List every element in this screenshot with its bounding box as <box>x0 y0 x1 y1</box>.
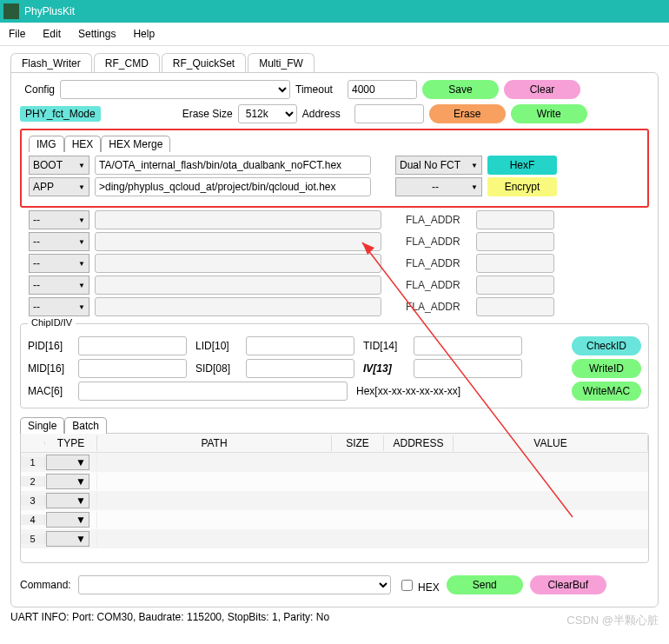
row7-path-input[interactable] <box>95 297 381 316</box>
app-icon <box>3 3 19 19</box>
tab-img[interactable]: IMG <box>29 136 64 152</box>
writeid-button[interactable]: WriteID <box>572 359 641 378</box>
lid-label: LID[10] <box>195 340 237 352</box>
address-input[interactable] <box>354 104 424 123</box>
pid-label: PID[16] <box>28 340 70 352</box>
row4-path-input[interactable] <box>95 232 381 251</box>
row-index: 2 <box>21 476 45 487</box>
hexf-button[interactable]: HexF <box>487 156 557 175</box>
table-row: 1 ▼ <box>21 453 648 472</box>
row1-path-input[interactable] <box>95 156 371 175</box>
tab-rf-cmd[interactable]: RF_CMD <box>94 53 160 73</box>
row5-addr-input[interactable] <box>476 254 554 273</box>
encrypt-button[interactable]: Encrypt <box>487 177 557 196</box>
menu-settings[interactable]: Settings <box>78 28 116 40</box>
address-label: Address <box>302 108 349 120</box>
tab-flash-writer[interactable]: Flash_Writer <box>10 53 92 73</box>
mac-input[interactable] <box>78 382 348 401</box>
pid-input[interactable] <box>78 336 187 355</box>
row-index: 1 <box>21 457 45 468</box>
row2-type-dropdown[interactable]: ▼ <box>46 474 89 489</box>
row6-addr-input[interactable] <box>476 276 554 295</box>
hex-tabstrip: IMG HEX HEX Merge <box>29 136 640 152</box>
flash-writer-panel: Config Timeout Save Clear PHY_fct_Mode E… <box>10 72 659 607</box>
single-batch-tabstrip: Single Batch <box>20 417 649 434</box>
save-button[interactable]: Save <box>422 80 499 99</box>
uart-info-status: UART INFO: Port: COM30, Baudrate: 115200… <box>10 611 659 623</box>
menu-edit[interactable]: Edit <box>43 28 61 40</box>
sid-label: SID[08] <box>195 362 237 375</box>
writemac-button[interactable]: WriteMAC <box>572 382 641 401</box>
menu-file[interactable]: File <box>9 28 25 40</box>
row5-fla-addr-label: FLA_ADDR <box>406 257 471 269</box>
chipid-group: ChipID/IV PID[16] LID[10] TID[14] CheckI… <box>20 323 649 408</box>
grid-header-type: TYPE <box>45 435 97 451</box>
clear-button[interactable]: Clear <box>504 80 580 99</box>
row6-type-dropdown[interactable]: --▼ <box>29 276 89 295</box>
chevron-down-icon: ▼ <box>78 238 85 246</box>
row2-path-input[interactable] <box>95 177 371 196</box>
menu-help[interactable]: Help <box>133 28 155 40</box>
hex-checkbox-label[interactable]: HEX <box>398 577 440 594</box>
hex-checkbox[interactable] <box>401 580 413 591</box>
mac-label: MAC[6] <box>28 385 70 397</box>
tid-input[interactable] <box>414 336 522 355</box>
timeout-label: Timeout <box>295 83 342 96</box>
row1-option-dropdown[interactable]: Dual No FCT▼ <box>395 156 482 175</box>
mid-input[interactable] <box>78 359 187 378</box>
write-button[interactable]: Write <box>511 104 587 123</box>
chevron-down-icon: ▼ <box>78 260 85 268</box>
row5-type-dropdown[interactable]: ▼ <box>46 531 89 547</box>
tab-hex-merge[interactable]: HEX Merge <box>101 136 170 152</box>
chevron-down-icon: ▼ <box>76 456 86 468</box>
chevron-down-icon: ▼ <box>78 216 85 224</box>
row3-path-input[interactable] <box>95 210 381 229</box>
iv-input[interactable] <box>414 359 522 378</box>
row3-addr-input[interactable] <box>476 210 554 229</box>
row7-addr-input[interactable] <box>476 297 554 316</box>
command-combo[interactable] <box>78 575 391 594</box>
table-row: 3 ▼ <box>21 491 648 510</box>
phy-fct-mode-button[interactable]: PHY_fct_Mode <box>20 106 101 122</box>
erase-button[interactable]: Erase <box>429 104 506 123</box>
lid-input[interactable] <box>246 336 354 355</box>
tab-hex[interactable]: HEX <box>64 136 102 152</box>
row4-type-dropdown[interactable]: ▼ <box>46 512 89 528</box>
erase-size-select[interactable]: 512k <box>238 104 297 123</box>
row4-type-dropdown[interactable]: --▼ <box>29 232 89 251</box>
chevron-down-icon: ▼ <box>78 282 85 289</box>
chevron-down-icon: ▼ <box>76 495 86 507</box>
row3-type-dropdown[interactable]: ▼ <box>46 493 89 508</box>
tab-single[interactable]: Single <box>20 417 64 434</box>
sid-input[interactable] <box>246 359 354 378</box>
row6-path-input[interactable] <box>95 276 381 295</box>
send-button[interactable]: Send <box>447 575 523 594</box>
row5-path-input[interactable] <box>95 254 381 273</box>
main-tabstrip: Flash_Writer RF_CMD RF_QuickSet Multi_FW <box>10 53 659 73</box>
row1-type-dropdown[interactable]: BOOT▼ <box>29 156 89 175</box>
checkid-button[interactable]: CheckID <box>572 336 641 355</box>
row7-type-dropdown[interactable]: --▼ <box>29 297 89 316</box>
clearbuf-button[interactable]: ClearBuf <box>530 575 606 594</box>
timeout-input[interactable] <box>348 80 417 99</box>
tab-multi-fw[interactable]: Multi_FW <box>248 53 315 73</box>
erase-size-label: Erase Size <box>177 108 233 120</box>
grid-header-size: SIZE <box>332 435 384 451</box>
window-title: PhyPlusKit <box>24 5 75 17</box>
tab-batch[interactable]: Batch <box>64 417 107 434</box>
row3-type-dropdown[interactable]: --▼ <box>29 210 89 229</box>
grid-header-path: PATH <box>97 435 332 451</box>
row-index: 5 <box>21 534 45 544</box>
tab-rf-quickset[interactable]: RF_QuickSet <box>162 53 246 73</box>
chevron-down-icon: ▼ <box>471 183 478 191</box>
row2-type-dropdown[interactable]: APP▼ <box>29 177 89 196</box>
chevron-down-icon: ▼ <box>78 183 85 191</box>
iv-label: IV[13] <box>363 362 405 375</box>
row2-option-dropdown[interactable]: --▼ <box>395 177 482 196</box>
row4-addr-input[interactable] <box>476 232 554 251</box>
chevron-down-icon: ▼ <box>78 303 85 311</box>
row5-type-dropdown[interactable]: --▼ <box>29 254 89 273</box>
row7-fla-addr-label: FLA_ADDR <box>406 301 471 313</box>
config-select[interactable] <box>60 80 290 99</box>
row1-type-dropdown[interactable]: ▼ <box>46 455 89 470</box>
